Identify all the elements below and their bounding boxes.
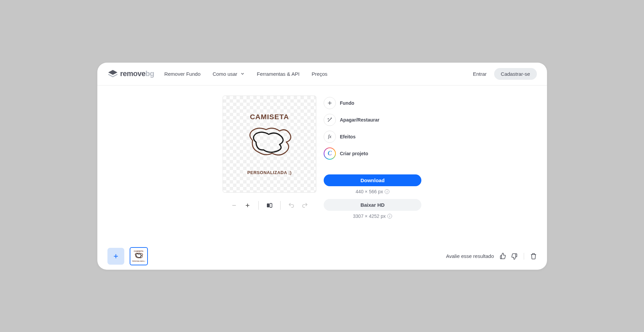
logo[interactable]: removebg — [107, 69, 154, 78]
action-erase-restore[interactable]: Apagar/Restaurar — [324, 114, 421, 126]
login-link[interactable]: Entrar — [473, 71, 487, 77]
thumbnails: CAMISETA PERSONALIZADA ;) — [107, 247, 148, 265]
rating-label: Avalie esse resultado — [446, 253, 494, 259]
download-section: Download 440 × 566 px i Baixar HD 3307 ×… — [324, 174, 421, 219]
action-create-label: Criar projeto — [340, 151, 368, 156]
nav-pricing[interactable]: Preços — [312, 71, 327, 77]
preview-title: CAMISETA — [250, 113, 289, 121]
action-effects-label: Efeitos — [340, 134, 356, 139]
redo-button[interactable] — [298, 199, 312, 212]
logo-text: removebg — [120, 69, 154, 78]
download-resolution: 440 × 566 px i — [324, 189, 421, 194]
rating-icons — [500, 253, 537, 260]
fx-icon: fx — [328, 134, 331, 139]
nav-how-to[interactable]: Como usar — [213, 71, 245, 77]
toolbar-divider — [280, 201, 281, 210]
plus-icon — [245, 202, 251, 208]
toolbar — [227, 199, 312, 212]
zoom-in-button[interactable] — [241, 199, 254, 212]
plus-icon — [327, 100, 332, 106]
nav-remove-bg[interactable]: Remover Fundo — [164, 71, 201, 77]
thumbs-down-button[interactable] — [511, 253, 518, 260]
preview-column: CAMISETA PERSONALIZADA ;) — [223, 96, 316, 243]
action-background[interactable]: Fundo — [324, 97, 421, 109]
logo-icon — [107, 69, 118, 78]
thumbs-down-icon — [511, 253, 518, 260]
nav-how-to-label: Como usar — [213, 71, 237, 77]
main: CAMISETA PERSONALIZADA ;) — [97, 86, 547, 243]
thumbnail-selected[interactable]: CAMISETA PERSONALIZADA ;) — [130, 247, 148, 265]
minus-icon — [231, 202, 237, 208]
fx-icon-circle: fx — [324, 131, 336, 143]
redo-icon — [301, 202, 308, 209]
footer: CAMISETA PERSONALIZADA ;) Avalie esse re… — [97, 243, 547, 270]
signup-button[interactable]: Cadastrar-se — [494, 68, 537, 80]
nav: Remover Fundo Como usar Ferramentas & AP… — [164, 71, 473, 77]
preview-content: CAMISETA PERSONALIZADA ;) — [226, 113, 313, 175]
plus-icon — [113, 253, 119, 259]
rating-divider — [524, 253, 524, 260]
svg-point-7 — [328, 119, 329, 119]
canva-icon: C — [328, 150, 332, 157]
zoom-out-button[interactable] — [227, 199, 241, 212]
action-create-project[interactable]: C Criar projeto — [324, 147, 421, 160]
rating: Avalie esse resultado — [446, 253, 537, 260]
download-hd-button[interactable]: Baixar HD — [324, 199, 421, 211]
wand-icon — [327, 117, 333, 123]
undo-button[interactable] — [285, 199, 298, 212]
undo-icon — [288, 202, 295, 209]
action-erase-label: Apagar/Restaurar — [340, 117, 380, 123]
trash-icon — [530, 253, 537, 260]
preview-subtitle: PERSONALIZADA ;) — [247, 170, 292, 175]
add-image-button[interactable] — [107, 248, 124, 265]
info-icon[interactable]: i — [385, 189, 389, 194]
app-window: removebg Remover Fundo Como usar Ferrame… — [97, 63, 547, 270]
actions-column: Fundo Apagar/Restaurar fx Efeitos — [324, 96, 421, 243]
canva-icon-circle: C — [324, 147, 336, 160]
plus-icon-circle — [324, 97, 336, 109]
action-effects[interactable]: fx Efeitos — [324, 131, 421, 143]
header: removebg Remover Fundo Como usar Ferrame… — [97, 63, 547, 86]
thumb-shape — [133, 252, 144, 260]
preview-shape — [243, 124, 296, 167]
auth: Entrar Cadastrar-se — [473, 68, 537, 80]
wand-icon-circle — [324, 114, 336, 126]
thumbs-up-icon — [500, 253, 506, 260]
info-icon[interactable]: i — [387, 214, 392, 219]
preview-box[interactable]: CAMISETA PERSONALIZADA ;) — [223, 96, 316, 193]
action-background-label: Fundo — [340, 100, 354, 106]
thumb-subtitle: PERSONALIZADA ;) — [132, 260, 145, 262]
compare-button[interactable] — [263, 199, 276, 212]
download-hd-resolution: 3307 × 4252 px i — [324, 213, 421, 219]
delete-button[interactable] — [530, 253, 537, 260]
nav-tools-api[interactable]: Ferramentas & API — [257, 71, 300, 77]
svg-rect-3 — [267, 203, 269, 207]
toolbar-divider — [258, 201, 259, 210]
compare-icon — [266, 202, 273, 209]
svg-rect-4 — [270, 203, 272, 207]
download-resolution-text: 440 × 566 px — [356, 189, 383, 194]
chevron-down-icon — [240, 71, 245, 76]
thumbs-up-button[interactable] — [500, 253, 506, 260]
download-button[interactable]: Download — [324, 174, 421, 186]
download-hd-resolution-text: 3307 × 4252 px — [353, 213, 386, 219]
